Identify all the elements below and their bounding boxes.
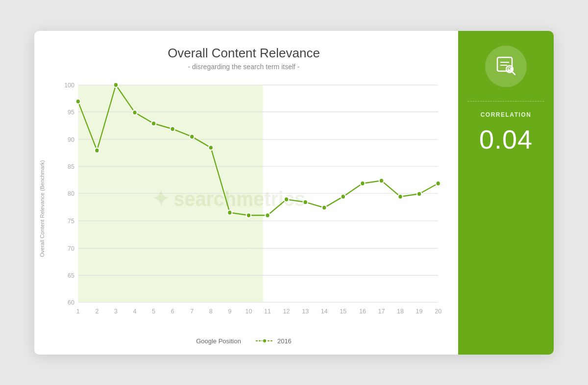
y-label-100: 100: [64, 81, 74, 89]
x-label-15: 15: [340, 307, 346, 315]
y-label-70: 70: [68, 244, 74, 252]
chart-section: Overall Content Relevance - disregarding…: [34, 31, 458, 355]
y-label-65: 65: [68, 271, 74, 279]
dot-20: [436, 180, 440, 185]
dot-1: [76, 99, 80, 103]
svg-point-1: [263, 339, 267, 343]
dot-17: [379, 178, 384, 183]
y-label-60: 60: [68, 298, 74, 306]
x-label-19: 19: [416, 307, 423, 315]
chart-svg: 100 95 90 85 80 75 70 65 60 1 2 3 4: [50, 79, 448, 333]
x-label-11: 11: [264, 307, 271, 315]
dot-11: [265, 213, 270, 218]
legend-item-2016: 2016: [256, 337, 292, 345]
x-label-20: 20: [435, 307, 441, 315]
y-label-95: 95: [68, 108, 74, 116]
x-label-6: 6: [171, 307, 174, 315]
dot-16: [360, 180, 365, 185]
chart-title: Overall Content Relevance: [39, 46, 448, 61]
x-label-3: 3: [114, 307, 118, 315]
dot-8: [209, 145, 213, 150]
dot-6: [170, 126, 174, 131]
y-label-75: 75: [68, 217, 74, 225]
x-label-7: 7: [190, 307, 194, 315]
legend-line-svg: [256, 337, 273, 344]
y-axis-label: Overall Content Relevance (Benchmark): [39, 84, 48, 333]
dot-15: [341, 194, 345, 199]
x-label-4: 4: [133, 307, 137, 315]
chart-inner: 100 95 90 85 80 75 70 65 60 1 2 3 4: [50, 79, 448, 333]
dot-9: [227, 210, 232, 215]
svg-line-7: [512, 72, 515, 75]
dot-4: [132, 110, 137, 115]
x-label-17: 17: [378, 307, 385, 315]
sidebar: CORRELATION 0.04: [458, 31, 554, 355]
x-label-13: 13: [302, 307, 309, 315]
dot-3: [114, 82, 118, 87]
x-label-9: 9: [228, 307, 231, 315]
correlation-value: 0.04: [479, 124, 533, 154]
search-icon: [493, 53, 519, 79]
chart-subtitle: - disregarding the search term itself -: [39, 63, 448, 71]
y-label-90: 90: [68, 135, 74, 143]
dot-5: [151, 121, 156, 126]
y-label-80: 80: [68, 189, 74, 197]
x-label-2: 2: [95, 307, 98, 315]
legend-row: Google Position 2016: [39, 337, 448, 345]
dot-10: [246, 213, 251, 218]
dot-14: [322, 205, 326, 210]
chart-container: Overall Content Relevance (Benchmark): [39, 79, 448, 333]
main-card: Overall Content Relevance - disregarding…: [34, 31, 554, 355]
dot-18: [398, 194, 402, 199]
dot-2: [95, 148, 99, 153]
x-axis-label: Google Position: [196, 337, 241, 345]
sidebar-icon-circle: [485, 46, 527, 87]
sidebar-divider: [468, 101, 544, 102]
dot-13: [303, 200, 307, 205]
correlation-label: CORRELATION: [481, 111, 532, 118]
y-label-85: 85: [68, 162, 74, 170]
x-label-1: 1: [76, 307, 80, 315]
x-label-14: 14: [321, 307, 328, 315]
x-label-5: 5: [152, 307, 155, 315]
dot-7: [190, 134, 194, 139]
dot-19: [417, 191, 421, 196]
x-label-8: 8: [209, 307, 213, 315]
x-label-12: 12: [283, 307, 290, 315]
x-label-16: 16: [359, 307, 366, 315]
x-label-18: 18: [397, 307, 404, 315]
dot-12: [284, 197, 289, 202]
legend-label-2016: 2016: [277, 337, 292, 345]
watermark: ✦ searchmetrics: [152, 187, 305, 210]
x-label-10: 10: [245, 307, 252, 315]
svg-rect-2: [497, 57, 512, 71]
